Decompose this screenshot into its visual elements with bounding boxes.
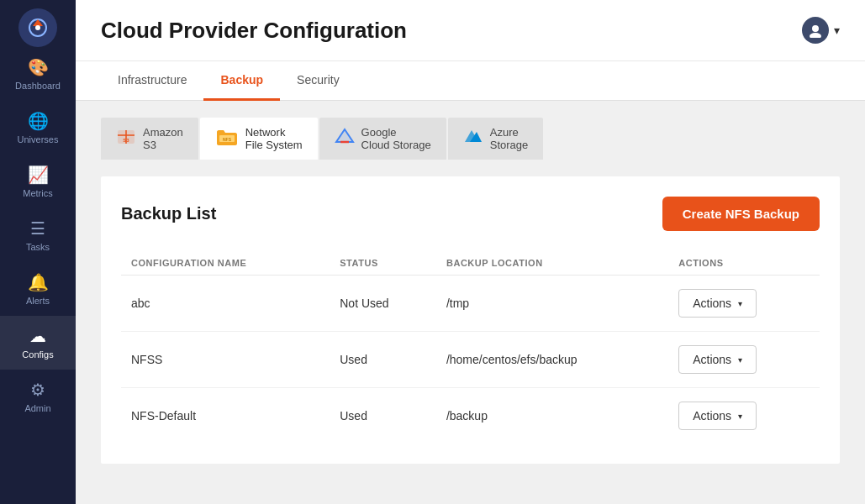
table-row: abc Not Used /tmp Actions ▾ <box>121 276 820 332</box>
col-backup-location: BACKUP LOCATION <box>436 251 668 276</box>
sidebar-item-configs[interactable]: ☁ Configs <box>0 316 76 370</box>
sidebar-item-label: Configs <box>22 349 53 360</box>
cell-status: Used <box>330 332 436 388</box>
actions-button-label: Actions <box>693 409 731 423</box>
configs-icon: ☁ <box>29 326 46 346</box>
actions-caret-icon: ▾ <box>738 299 742 308</box>
cell-backup-location: /tmp <box>436 276 668 332</box>
tab-infrastructure[interactable]: Infrastructure <box>101 61 203 101</box>
actions-button-label: Actions <box>693 297 731 310</box>
storage-tab-s3[interactable]: S3 AmazonS3 <box>101 118 198 160</box>
sidebar: 🎨 Dashboard 🌐 Universes 📈 Metrics ☰ Task… <box>0 0 76 504</box>
cell-actions: Actions ▾ <box>668 332 820 388</box>
cell-actions: Actions ▾ <box>668 388 820 444</box>
actions-button[interactable]: Actions ▾ <box>678 289 757 318</box>
sidebar-item-admin[interactable]: ⚙ Admin <box>0 370 76 423</box>
universes-icon: 🌐 <box>28 111 49 131</box>
cell-config-name: NFSS <box>121 332 330 388</box>
backup-panel-header: Backup List Create NFS Backup <box>121 197 820 231</box>
svg-point-3 <box>35 25 40 30</box>
sidebar-item-label: Universes <box>18 134 59 144</box>
admin-icon: ⚙ <box>30 380 45 400</box>
backup-panel: Backup List Create NFS Backup CONFIGURAT… <box>101 176 840 464</box>
tab-backup[interactable]: Backup <box>203 61 280 101</box>
actions-button[interactable]: Actions ▾ <box>678 402 757 430</box>
svg-point-5 <box>810 33 821 38</box>
svg-text:S3: S3 <box>123 138 129 143</box>
tasks-icon: ☰ <box>30 218 45 239</box>
azure-icon <box>463 127 483 151</box>
nfs-folder-icon: NFS <box>215 127 239 151</box>
cell-config-name: NFS-Default <box>121 388 330 444</box>
main-tabs: Infrastructure Backup Security <box>76 61 865 101</box>
actions-button[interactable]: Actions ▾ <box>678 345 757 374</box>
chevron-down-icon: ▾ <box>834 24 840 37</box>
content-area: S3 AmazonS3 NFS NetworkFile System <box>76 101 865 504</box>
sidebar-item-dashboard[interactable]: 🎨 Dashboard <box>0 47 76 101</box>
cell-status: Used <box>330 388 436 444</box>
sidebar-item-metrics[interactable]: 📈 Metrics <box>0 155 76 208</box>
gcs-icon <box>335 127 355 151</box>
app-logo <box>18 8 57 47</box>
actions-button-label: Actions <box>693 353 731 366</box>
svg-marker-11 <box>336 129 353 142</box>
actions-caret-icon: ▾ <box>738 412 742 421</box>
storage-tab-nfs[interactable]: NFS NetworkFile System <box>200 118 318 160</box>
backup-list-title: Backup List <box>121 204 216 223</box>
sidebar-item-tasks[interactable]: ☰ Tasks <box>0 208 76 262</box>
storage-tab-azure[interactable]: AzureStorage <box>448 118 544 160</box>
create-nfs-backup-button[interactable]: Create NFS Backup <box>662 197 820 231</box>
cell-config-name: abc <box>121 276 330 332</box>
sidebar-item-label: Alerts <box>26 296 50 306</box>
metrics-icon: 📈 <box>28 165 49 185</box>
cell-status: Not Used <box>330 276 436 332</box>
header: Cloud Provider Configuration ▾ <box>76 0 865 61</box>
main-content: Cloud Provider Configuration ▾ Infrastru… <box>76 0 865 504</box>
tab-security[interactable]: Security <box>280 61 356 101</box>
sidebar-item-label: Tasks <box>26 242 50 252</box>
col-config-name: CONFIGURATION NAME <box>121 251 330 276</box>
gcs-tab-label: GoogleCloud Storage <box>361 126 431 151</box>
cell-backup-location: /backup <box>436 388 668 444</box>
table-row: NFSS Used /home/centos/efs/backup Action… <box>121 332 820 388</box>
user-avatar <box>802 17 829 44</box>
dashboard-icon: 🎨 <box>28 57 49 77</box>
actions-caret-icon: ▾ <box>738 355 742 365</box>
backup-table: CONFIGURATION NAME STATUS BACKUP LOCATIO… <box>121 251 820 444</box>
col-status: STATUS <box>330 251 436 276</box>
sidebar-item-label: Dashboard <box>15 81 61 91</box>
svg-point-4 <box>812 25 819 32</box>
alerts-icon: 🔔 <box>28 272 49 292</box>
azure-tab-label: AzureStorage <box>490 126 529 151</box>
table-row: NFS-Default Used /backup Actions ▾ <box>121 388 820 444</box>
storage-tabs: S3 AmazonS3 NFS NetworkFile System <box>101 118 840 160</box>
cell-actions: Actions ▾ <box>668 276 820 332</box>
table-header-row: CONFIGURATION NAME STATUS BACKUP LOCATIO… <box>121 251 820 276</box>
cell-backup-location: /home/centos/efs/backup <box>436 332 668 388</box>
nfs-tab-label: NetworkFile System <box>245 126 303 151</box>
sidebar-item-label: Admin <box>24 403 50 413</box>
sidebar-item-alerts[interactable]: 🔔 Alerts <box>0 262 76 316</box>
svg-text:NFS: NFS <box>223 137 232 142</box>
page-title: Cloud Provider Configuration <box>101 18 407 44</box>
s3-tab-label: AmazonS3 <box>143 126 183 151</box>
s3-icon: S3 <box>116 127 136 151</box>
col-actions: ACTIONS <box>668 251 820 276</box>
sidebar-item-universes[interactable]: 🌐 Universes <box>0 101 76 155</box>
sidebar-item-label: Metrics <box>23 188 52 198</box>
storage-tab-gcs[interactable]: GoogleCloud Storage <box>319 118 446 160</box>
user-menu-button[interactable]: ▾ <box>802 17 840 44</box>
